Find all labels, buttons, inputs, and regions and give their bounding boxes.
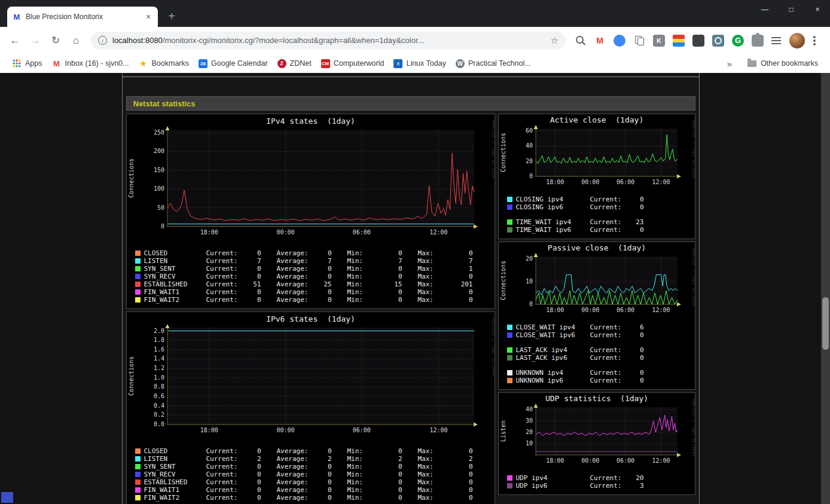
bookmark-item[interactable]: ltLinux Today [389, 57, 451, 70]
maximize-button[interactable]: □ [787, 5, 795, 14]
browser-tab[interactable]: M Blue Precision Monitorix × [7, 7, 158, 27]
screen-capture-extension-icon[interactable] [712, 35, 724, 47]
gmail-icon: M [52, 59, 62, 68]
legend-row: SYN_RECVCurrent:0Average:0Min:0Max:0 [127, 273, 495, 280]
bookmark-item[interactable]: WPractical Technol... [451, 57, 536, 70]
svg-text:0: 0 [529, 301, 532, 307]
legend-stat-label: Current: [590, 474, 628, 482]
graph-legend: CLOSE_WAIT ipv4Current:6CLOSE_WAIT ipv6C… [499, 322, 695, 389]
green-circle-extension-icon[interactable]: G [732, 35, 744, 47]
legend-stat-value: 0 [241, 486, 261, 494]
svg-text:12:00: 12:00 [429, 229, 447, 236]
color-stack-extension-icon[interactable] [673, 35, 685, 47]
browser-window: M Blue Precision Monitorix × + — □ × ← →… [0, 0, 830, 504]
legend-stat-label: Min: [347, 494, 382, 502]
legend-series-name: TIME_WAIT ipv4 [516, 218, 590, 226]
back-button[interactable]: ← [5, 30, 25, 51]
profile-avatar[interactable] [789, 33, 805, 48]
tab-close-icon[interactable]: × [144, 12, 153, 22]
scrollbar-thumb[interactable] [822, 297, 829, 350]
scrollbar[interactable] [821, 73, 830, 504]
legend-stat-value: 15 [382, 280, 402, 288]
legend-series-name: CLOSING ipv6 [516, 203, 590, 211]
legend-swatch [135, 479, 141, 485]
page-info-icon[interactable]: i [98, 36, 107, 45]
monitorix-content: Netstat statistics 05010015020025018:000… [122, 73, 700, 504]
forward-button[interactable]: → [25, 30, 45, 51]
legend-swatch [507, 219, 512, 225]
other-bookmarks-button[interactable]: Other bookmarks [738, 57, 823, 69]
legend-stat-label: Average: [277, 486, 312, 494]
legend-stat-value: 0 [453, 273, 473, 280]
home-button[interactable]: ⌂ [66, 30, 86, 51]
bookmark-item[interactable]: CWComputerworld [316, 57, 389, 70]
legend-stat-label: Min: [347, 296, 382, 304]
legend-swatch [135, 297, 141, 303]
legend-stat-value: 0 [382, 296, 402, 304]
search-icon[interactable] [574, 35, 586, 47]
svg-text:IPv4 states (1day): IPv4 states (1day) [266, 117, 355, 126]
dark-app-extension-icon[interactable] [692, 35, 704, 47]
graph-panel-ipv4-states[interactable]: 05010015020025018:0000:0006:0012:00IPv4 … [126, 114, 495, 309]
legend-row: LISTENCurrent:7Average:7Min:7Max:7 [127, 257, 495, 265]
gray-app-extension-icon[interactable]: K [653, 35, 665, 47]
legend-swatch [135, 282, 141, 287]
bookmark-item[interactable]: 28Google Calendar [194, 57, 273, 70]
legend-stat-value: 0 [312, 273, 332, 280]
minimize-button[interactable]: — [761, 5, 769, 14]
legend-row: LISTENCurrent:2Average:2Min:2Max:2 [127, 455, 495, 463]
legend-stat-label: Max: [418, 494, 453, 502]
browser-menu-icon[interactable] [813, 39, 816, 42]
legend-stat-value: 0 [312, 486, 332, 494]
svg-text:00:00: 00:00 [276, 229, 294, 236]
window-controls: — □ × [761, 5, 822, 14]
legend-series-name: FIN_WAIT2 [144, 494, 206, 502]
url-bar[interactable]: i localhost:8080/monitorix-cgi/monitorix… [91, 32, 566, 50]
bookmark-star-icon[interactable]: ☆ [546, 35, 559, 46]
reading-list-icon[interactable] [771, 37, 781, 44]
bookmark-item[interactable]: MInbox (16) - sjvn0... [47, 57, 134, 70]
gmail-extension-icon[interactable]: M [594, 35, 606, 47]
legend-stat-label: Current: [206, 257, 241, 265]
new-tab-button[interactable]: + [164, 10, 179, 23]
window-close-button[interactable]: × [813, 5, 822, 14]
legend-stat-label: Average: [277, 478, 312, 486]
bookmark-item[interactable]: ★Bookmarks [134, 57, 194, 70]
legend-row: SYN_RECVCurrent:0Average:0Min:0Max:0 [127, 471, 495, 478]
legend-series-name: ESTABLISHED [144, 280, 206, 288]
svg-text:10: 10 [525, 278, 532, 285]
graph-panel-ipv6-states[interactable]: 0.00.20.40.60.81.01.21.41.61.82.018:0000… [126, 311, 495, 504]
legend-series-name: SYN_RECV [144, 273, 206, 280]
svg-text:18:00: 18:00 [546, 307, 564, 313]
legend-series-name: FIN_WAIT1 [144, 486, 206, 494]
legend-stat-label: Min: [347, 280, 382, 288]
legend-stat-value: 7 [312, 257, 332, 265]
blue-circle-extension-icon[interactable] [614, 35, 625, 47]
bookmark-item[interactable]: ZZDNet [273, 57, 316, 70]
bookmarks-overflow-icon[interactable]: » [721, 59, 738, 69]
graph-panel-udp-statistics[interactable]: 1020304018:0000:0006:0012:00UDP statisti… [498, 392, 695, 495]
legend-stat-label: Min: [347, 273, 382, 280]
legend-stat-value: 0 [453, 288, 473, 296]
legend-stat-value: 0 [628, 203, 644, 211]
legend-swatch [507, 227, 512, 233]
puzzle-extensions-icon[interactable] [752, 35, 764, 47]
legend-stat-value: 0 [382, 273, 402, 280]
svg-text:18:00: 18:00 [546, 179, 564, 185]
legend-stat-label: Min: [347, 463, 382, 471]
svg-text:Connections: Connections [500, 133, 506, 172]
apps-grid-icon [12, 59, 22, 68]
graph-panel-active-close[interactable]: 020406018:0000:0006:0012:00Active close … [498, 114, 695, 239]
svg-text:40: 40 [525, 406, 532, 413]
legend-stat-label: Current: [590, 346, 628, 354]
legend-stat-value: 51 [241, 280, 261, 288]
legend-row: CLOSE_WAIT ipv6Current:0 [499, 331, 695, 339]
bookmark-item[interactable]: Apps [7, 57, 47, 70]
graph-panel-passive-close[interactable]: 0102018:0000:0006:0012:00Passive close (… [498, 242, 695, 390]
svg-text:1.0: 1.0 [153, 374, 164, 381]
legend-stat-label: Current: [206, 288, 241, 296]
legend-series-name: TIME_WAIT ipv6 [516, 226, 590, 234]
reload-button[interactable]: ↻ [45, 30, 66, 51]
copy-pages-icon[interactable] [633, 35, 645, 47]
page-corner-artifact [1, 492, 13, 503]
